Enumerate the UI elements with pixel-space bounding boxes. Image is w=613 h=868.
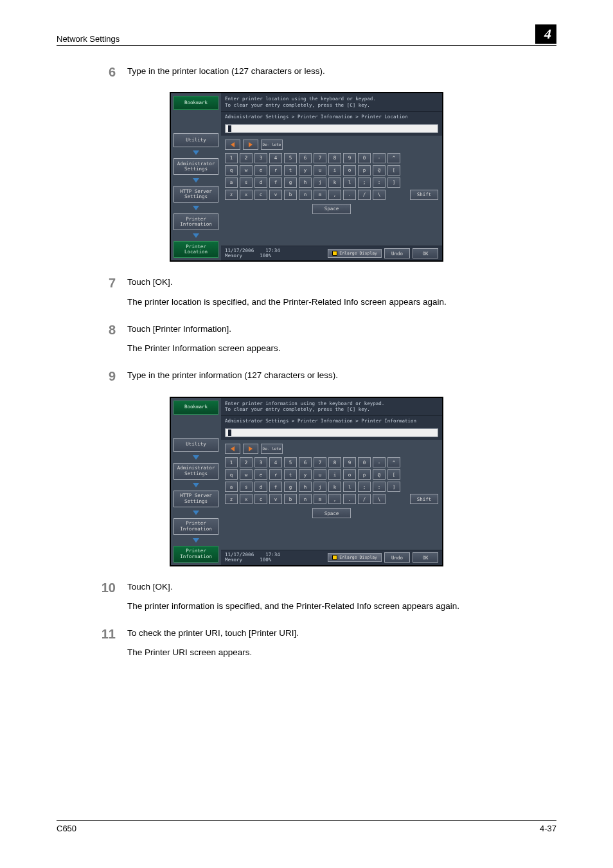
arrow-left-key[interactable]	[225, 444, 240, 454]
keyboard-key[interactable]: j	[314, 482, 326, 492]
keyboard-key[interactable]: i	[328, 165, 341, 176]
keyboard-key[interactable]: ^	[387, 457, 400, 467]
arrow-right-key[interactable]	[243, 140, 258, 150]
keyboard-key[interactable]: ^	[387, 153, 400, 163]
keyboard-key[interactable]: a	[225, 482, 238, 492]
keyboard-key[interactable]: ;	[358, 482, 371, 492]
keyboard-key[interactable]: y	[299, 469, 312, 480]
text-input[interactable]	[225, 428, 438, 437]
keyboard-key[interactable]: 4	[269, 153, 282, 163]
keyboard-key[interactable]: v	[269, 190, 282, 200]
keyboard-key[interactable]: x	[240, 494, 253, 504]
undo-button[interactable]: Undo	[384, 248, 410, 258]
keyboard-key[interactable]: 5	[284, 457, 297, 467]
keyboard-key[interactable]: 7	[314, 153, 326, 163]
arrow-left-key[interactable]	[225, 140, 240, 150]
keyboard-key[interactable]: 0	[358, 457, 371, 467]
keyboard-key[interactable]: t	[284, 165, 297, 176]
keyboard-key[interactable]: w	[240, 165, 253, 176]
keyboard-key[interactable]: s	[240, 177, 253, 188]
keyboard-key[interactable]: p	[358, 469, 371, 480]
text-input[interactable]	[225, 124, 438, 133]
http-server-button[interactable]: HTTP Server Settings	[173, 491, 218, 507]
keyboard-key[interactable]: k	[328, 482, 341, 492]
printer-information-button[interactable]: Printer Information	[173, 546, 218, 563]
keyboard-key[interactable]: 1	[225, 153, 238, 163]
keyboard-key[interactable]: \	[373, 494, 386, 504]
keyboard-key[interactable]: 7	[314, 457, 326, 467]
keyboard-key[interactable]: u	[314, 165, 326, 176]
keyboard-key[interactable]: l	[343, 482, 356, 492]
keyboard-key[interactable]: x	[240, 190, 253, 200]
enlarge-display-button[interactable]: Enlarge Display	[328, 249, 382, 258]
keyboard-key[interactable]: z	[225, 190, 238, 200]
keyboard-key[interactable]: 2	[240, 457, 253, 467]
keyboard-key[interactable]: e	[254, 165, 267, 176]
keyboard-key[interactable]: r	[269, 165, 282, 176]
keyboard-key[interactable]: w	[240, 469, 253, 480]
keyboard-key[interactable]: 9	[343, 457, 356, 467]
keyboard-key[interactable]: 6	[299, 153, 312, 163]
utility-button[interactable]: Utility	[173, 438, 218, 452]
keyboard-key[interactable]: ]	[387, 177, 400, 188]
keyboard-key[interactable]: o	[343, 469, 356, 480]
keyboard-key[interactable]: .	[343, 494, 356, 504]
keyboard-key[interactable]: 3	[254, 457, 267, 467]
ok-button[interactable]: OK	[413, 552, 438, 563]
keyboard-key[interactable]: f	[269, 482, 282, 492]
keyboard-key[interactable]: b	[284, 190, 297, 200]
keyboard-key[interactable]: d	[254, 177, 267, 188]
keyboard-key[interactable]: ]	[387, 482, 400, 492]
keyboard-key[interactable]: g	[284, 177, 297, 188]
keyboard-key[interactable]: 3	[254, 153, 267, 163]
keyboard-key[interactable]: n	[299, 494, 312, 504]
admin-settings-button[interactable]: Administrator Settings	[173, 158, 218, 175]
keyboard-key[interactable]: ,	[328, 494, 341, 504]
admin-settings-button[interactable]: Administrator Settings	[173, 463, 218, 480]
delete-key[interactable]: De- lete	[261, 444, 283, 454]
keyboard-key[interactable]: q	[225, 469, 238, 480]
keyboard-key[interactable]: l	[343, 177, 356, 188]
keyboard-key[interactable]: n	[299, 190, 312, 200]
undo-button[interactable]: Undo	[384, 552, 410, 563]
ok-button[interactable]: OK	[413, 248, 438, 258]
keyboard-key[interactable]: y	[299, 165, 312, 176]
keyboard-key[interactable]: -	[373, 153, 386, 163]
http-server-button[interactable]: HTTP Server Settings	[173, 186, 218, 203]
keyboard-key[interactable]: ;	[358, 177, 371, 188]
keyboard-key[interactable]: a	[225, 177, 238, 188]
keyboard-key[interactable]: u	[314, 469, 326, 480]
keyboard-key[interactable]: @	[373, 165, 386, 176]
keyboard-key[interactable]: 8	[328, 153, 341, 163]
keyboard-key[interactable]: 1	[225, 457, 238, 467]
keyboard-key[interactable]: m	[314, 494, 326, 504]
keyboard-key[interactable]: o	[343, 165, 356, 176]
keyboard-key[interactable]: :	[373, 177, 386, 188]
keyboard-key[interactable]: b	[284, 494, 297, 504]
space-key[interactable]: Space	[312, 508, 351, 518]
keyboard-key[interactable]: [	[387, 469, 400, 480]
keyboard-key[interactable]: \	[373, 190, 386, 200]
delete-key[interactable]: De- lete	[261, 140, 283, 150]
keyboard-key[interactable]: r	[269, 469, 282, 480]
keyboard-key[interactable]: 5	[284, 153, 297, 163]
keyboard-key[interactable]: p	[358, 165, 371, 176]
keyboard-key[interactable]: t	[284, 469, 297, 480]
keyboard-key[interactable]: h	[299, 177, 312, 188]
keyboard-key[interactable]: 8	[328, 457, 341, 467]
utility-button[interactable]: Utility	[173, 133, 218, 147]
enlarge-display-button[interactable]: Enlarge Display	[328, 553, 382, 562]
keyboard-key[interactable]: i	[328, 469, 341, 480]
shift-key[interactable]: Shift	[410, 494, 438, 504]
bookmark-button[interactable]: Bookmark	[173, 96, 218, 110]
keyboard-key[interactable]: h	[299, 482, 312, 492]
keyboard-key[interactable]: f	[269, 177, 282, 188]
keyboard-key[interactable]: e	[254, 469, 267, 480]
keyboard-key[interactable]: z	[225, 494, 238, 504]
keyboard-key[interactable]: @	[373, 469, 386, 480]
keyboard-key[interactable]: v	[269, 494, 282, 504]
keyboard-key[interactable]: [	[387, 165, 400, 176]
keyboard-key[interactable]: /	[358, 494, 371, 504]
keyboard-key[interactable]: .	[343, 190, 356, 200]
keyboard-key[interactable]: m	[314, 190, 326, 200]
